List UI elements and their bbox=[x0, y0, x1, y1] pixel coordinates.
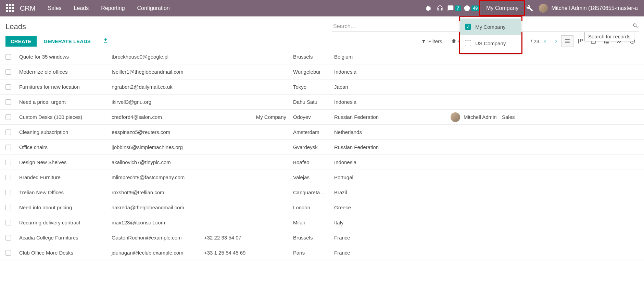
row-checkbox[interactable] bbox=[5, 69, 11, 75]
table-row[interactable]: Need a price: urgent ikirvell3@gnu.org D… bbox=[0, 95, 644, 110]
nav-sales[interactable]: Sales bbox=[42, 0, 68, 16]
debug-icon[interactable] bbox=[422, 0, 434, 16]
cell-city: Paris bbox=[291, 250, 332, 256]
cell-lead-name: Quote for 35 windows bbox=[17, 54, 110, 60]
nav-configuration[interactable]: Configuration bbox=[131, 0, 176, 16]
page-title: Leads bbox=[5, 22, 26, 31]
cell-city: Canguareta… bbox=[291, 189, 332, 195]
cell-lead-name: Branded Furniture bbox=[17, 174, 110, 180]
cell-salesperson: Mitchell Admin bbox=[449, 112, 500, 122]
cell-team: Sales bbox=[500, 114, 527, 120]
messaging-button[interactable]: 7 bbox=[446, 0, 462, 16]
filters-button[interactable]: Filters bbox=[421, 38, 442, 44]
cell-email: aakreda@theglobeandmail.com bbox=[110, 205, 202, 210]
company-dropdown: My Company US Company bbox=[460, 17, 521, 53]
table-row[interactable]: Club Office More Desks jdunagan@leclub.e… bbox=[0, 245, 644, 260]
row-checkbox[interactable] bbox=[5, 175, 11, 180]
nav-reporting[interactable]: Reporting bbox=[95, 0, 131, 16]
cell-country: Portugal bbox=[332, 174, 449, 180]
company-option-label: My Company bbox=[475, 24, 505, 30]
pager-next[interactable] bbox=[551, 36, 561, 46]
control-panel: Leads CREATE GENERATE LEADS Filters bbox=[0, 16, 644, 49]
cell-country: Greece bbox=[332, 205, 449, 210]
row-checkbox[interactable] bbox=[5, 54, 11, 60]
company-checkbox-my[interactable] bbox=[465, 24, 471, 30]
cell-email: GastonRochon@example.com bbox=[110, 235, 202, 241]
row-checkbox[interactable] bbox=[5, 160, 11, 165]
company-option-us-company[interactable]: US Company bbox=[460, 35, 521, 51]
cell-country: France bbox=[332, 250, 449, 256]
cell-email: credford4@salon.com bbox=[110, 114, 202, 120]
row-checkbox[interactable] bbox=[5, 114, 11, 120]
table-row[interactable]: Cleaning subscription eespinazo5@reuters… bbox=[0, 125, 644, 140]
activity-badge: 49 bbox=[471, 5, 479, 11]
create-button[interactable]: CREATE bbox=[5, 36, 37, 47]
search-tooltip: Search for records bbox=[584, 32, 634, 41]
activity-button[interactable]: 49 bbox=[462, 0, 481, 16]
cell-email: eespinazo5@reuters.com bbox=[110, 129, 202, 135]
row-checkbox[interactable] bbox=[5, 220, 11, 225]
cell-country: Japan bbox=[332, 84, 449, 90]
table-row[interactable]: Quote for 35 windows tbrockhouse0@google… bbox=[0, 49, 644, 64]
row-checkbox[interactable] bbox=[5, 205, 11, 210]
cell-city: Amsterdam bbox=[291, 129, 332, 135]
search-icon[interactable] bbox=[632, 23, 639, 30]
cell-email: ikirvell3@gnu.org bbox=[110, 99, 202, 105]
support-icon[interactable] bbox=[434, 0, 446, 16]
row-checkbox[interactable] bbox=[5, 145, 11, 150]
cell-country: Indonesia bbox=[332, 99, 449, 105]
cell-email: ngrabert2@dailymail.co.uk bbox=[110, 84, 202, 90]
studio-tools-icon[interactable] bbox=[524, 0, 535, 16]
cell-city: Odoyev bbox=[291, 114, 332, 120]
row-checkbox[interactable] bbox=[5, 250, 11, 256]
company-checkbox-us[interactable] bbox=[465, 40, 471, 46]
table-row[interactable]: Office chairs jjobbins6@simplemachines.o… bbox=[0, 140, 644, 155]
row-checkbox[interactable] bbox=[5, 130, 11, 135]
user-avatar-icon bbox=[539, 4, 548, 13]
table-row[interactable]: Need info about pricing aakreda@theglobe… bbox=[0, 200, 644, 215]
cell-lead-name: Cleaning subscription bbox=[17, 129, 110, 135]
cell-email: fseiller1@theglobeandmail.com bbox=[110, 69, 202, 75]
cell-country: France bbox=[332, 235, 449, 241]
cell-city: Tokyo bbox=[291, 84, 332, 90]
cell-email: max123@itconsult.com bbox=[110, 220, 202, 225]
generate-leads-button[interactable]: GENERATE LEADS bbox=[39, 36, 96, 47]
pager-prev[interactable] bbox=[540, 36, 550, 46]
table-row[interactable]: Branded Furniture mlimprecht8@fastcompan… bbox=[0, 170, 644, 185]
company-selector[interactable]: My Company bbox=[481, 0, 524, 16]
pager-label: / 23 bbox=[531, 38, 539, 44]
company-selector-label: My Company bbox=[486, 5, 518, 11]
row-checkbox[interactable] bbox=[5, 235, 11, 241]
nav-leads[interactable]: Leads bbox=[68, 0, 95, 16]
top-navbar: CRM Sales Leads Reporting Configuration … bbox=[0, 0, 644, 16]
table-row[interactable]: Custom Desks (100 pieces) credford4@salo… bbox=[0, 110, 644, 125]
cell-email: mlimprecht8@fastcompany.com bbox=[110, 174, 202, 180]
import-icon[interactable] bbox=[103, 38, 109, 45]
user-menu[interactable]: Mitchell Admin (18570655-master-a bbox=[535, 4, 641, 13]
table-row[interactable]: Furnitures for new location ngrabert2@da… bbox=[0, 79, 644, 95]
filters-label: Filters bbox=[428, 38, 442, 44]
table-row[interactable]: Acadia College Furnitures GastonRochon@e… bbox=[0, 230, 644, 245]
apps-menu-icon[interactable] bbox=[6, 4, 14, 12]
row-checkbox[interactable] bbox=[5, 84, 11, 90]
table-row[interactable]: Recurring delivery contract max123@itcon… bbox=[0, 215, 644, 230]
cell-email: akalinovich7@tinypic.com bbox=[110, 159, 202, 165]
cell-email: roxshott9@trellian.com bbox=[110, 189, 202, 195]
cell-lead-name: Recurring delivery contract bbox=[17, 220, 110, 225]
cell-city: Brussels bbox=[291, 235, 332, 241]
row-checkbox[interactable] bbox=[5, 190, 11, 195]
company-option-my-company[interactable]: My Company bbox=[460, 19, 521, 35]
table-row[interactable]: Modernize old offices fseiller1@theglobe… bbox=[0, 64, 644, 79]
table-row[interactable]: Design New Shelves akalinovich7@tinypic.… bbox=[0, 155, 644, 170]
salesperson-avatar-icon bbox=[451, 112, 460, 122]
cell-email: tbrockhouse0@google.pl bbox=[110, 54, 202, 60]
cell-lead-name: Modernize old offices bbox=[17, 69, 110, 75]
cell-lead-name: Trelian New Offices bbox=[17, 189, 110, 195]
table-row[interactable]: Trelian New Offices roxshott9@trellian.c… bbox=[0, 185, 644, 200]
view-list[interactable] bbox=[561, 35, 573, 47]
row-checkbox[interactable] bbox=[5, 99, 11, 105]
app-brand[interactable]: CRM bbox=[20, 4, 36, 12]
cell-lead-name: Acadia College Furnitures bbox=[17, 235, 110, 241]
cell-country: Indonesia bbox=[332, 159, 449, 165]
cell-country: Italy bbox=[332, 220, 449, 225]
